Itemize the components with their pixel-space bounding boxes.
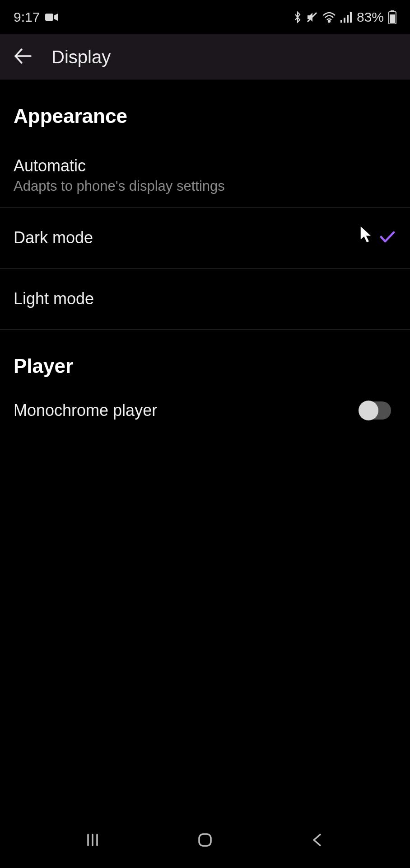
navigation-bar	[0, 814, 410, 868]
nav-back-icon[interactable]	[308, 831, 326, 851]
svg-rect-4	[344, 18, 345, 23]
battery-icon	[388, 10, 396, 24]
page-title: Display	[51, 47, 111, 67]
setting-title-automatic: Automatic	[14, 156, 225, 175]
signal-icon	[340, 12, 352, 23]
video-camera-icon	[45, 13, 58, 22]
section-header-player: Player	[0, 330, 410, 394]
back-arrow-icon[interactable]	[13, 46, 33, 68]
section-header-appearance: Appearance	[0, 80, 410, 144]
setting-monochrome-player[interactable]: Monochrome player	[0, 394, 410, 433]
setting-title-dark-mode: Dark mode	[14, 228, 93, 247]
setting-subtitle-automatic: Adapts to phone's display settings	[14, 178, 225, 194]
mute-icon	[306, 11, 318, 23]
nav-recents-icon[interactable]	[84, 831, 102, 851]
setting-title-monochrome: Monochrome player	[14, 401, 157, 420]
svg-rect-3	[340, 20, 342, 23]
svg-rect-14	[199, 834, 211, 846]
bluetooth-icon	[294, 11, 302, 24]
nav-home-icon[interactable]	[196, 831, 214, 851]
status-bar: 9:17	[0, 0, 410, 34]
toggle-monochrome[interactable]	[359, 401, 391, 420]
setting-light-mode[interactable]: Light mode	[0, 269, 410, 330]
svg-rect-5	[347, 15, 349, 23]
status-bar-right: 83%	[294, 9, 396, 25]
status-time: 9:17	[14, 9, 40, 25]
wifi-icon	[322, 12, 336, 23]
svg-rect-6	[350, 12, 352, 23]
checkmark-icon	[378, 230, 396, 246]
setting-title-light-mode: Light mode	[14, 289, 94, 308]
cursor-icon	[359, 225, 374, 246]
svg-rect-0	[45, 14, 53, 21]
content-area: Appearance Automatic Adapts to phone's d…	[0, 80, 410, 433]
svg-rect-9	[390, 14, 395, 23]
setting-dark-mode[interactable]: Dark mode	[0, 208, 410, 269]
battery-percent: 83%	[357, 9, 384, 25]
svg-point-2	[328, 20, 330, 22]
toggle-knob	[359, 401, 378, 420]
status-bar-left: 9:17	[14, 9, 58, 25]
setting-automatic[interactable]: Automatic Adapts to phone's display sett…	[0, 144, 410, 208]
app-bar: Display	[0, 34, 410, 80]
